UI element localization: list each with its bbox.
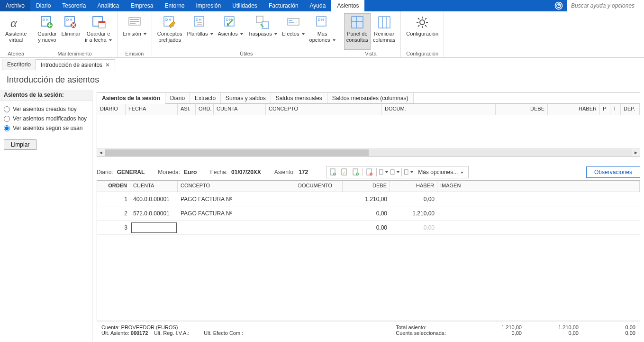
tab-introduccion-asientos[interactable]: Introducción de asientos ✕ bbox=[36, 59, 115, 70]
consult-tab[interactable]: Diario bbox=[165, 93, 190, 103]
ribbon-reiniciar-columnas[interactable]: Reiniciarcolumnas bbox=[371, 13, 398, 50]
help-icon[interactable] bbox=[550, 0, 567, 11]
menu-ayuda[interactable]: Ayuda bbox=[304, 0, 332, 11]
ribbon-guardar-ir[interactable]: Guardar eir a fecha bbox=[82, 13, 114, 50]
menu-analitica[interactable]: Analítica bbox=[91, 0, 125, 11]
menu-archivo[interactable]: Archivo bbox=[0, 0, 30, 11]
search-box bbox=[567, 0, 644, 11]
consult-tab[interactable]: Saldos mensuales (columnas) bbox=[327, 93, 414, 103]
cell-orden: 2 bbox=[97, 208, 130, 219]
col-debe[interactable]: DEBE bbox=[343, 181, 390, 192]
consult-tab[interactable]: Sumas y saldos bbox=[221, 93, 271, 103]
tab-label: Escritorio bbox=[7, 61, 31, 68]
ribbon-efectos[interactable]: Efectos bbox=[280, 13, 307, 50]
ribbon-mas-opciones[interactable]: D HMásopciones bbox=[307, 13, 338, 50]
ribbon-conceptos-prefijados[interactable]: D HConceptosprefijados bbox=[155, 13, 185, 50]
doc-delete-icon[interactable] bbox=[365, 167, 374, 177]
scroll-left-icon[interactable]: ◄ bbox=[97, 149, 105, 157]
entry-meta: Diario: GENERAL Moneda: Euro Fecha: 01/0… bbox=[97, 166, 640, 178]
doc-new-icon[interactable] bbox=[328, 167, 338, 177]
consult-col[interactable]: DEP. bbox=[621, 104, 640, 115]
cell-cuenta[interactable]: 400.0.0.00001 bbox=[130, 194, 178, 204]
consult-col[interactable]: DEBE bbox=[496, 104, 548, 115]
consult-col[interactable]: ORD. bbox=[196, 104, 214, 115]
ribbon-guardar-nuevo[interactable]: D HGuardary nuevo bbox=[35, 13, 59, 50]
entry-row[interactable]: 1400.0.0.00001PAGO FACTURA Nº1.210,000,0… bbox=[97, 192, 640, 206]
radio-creados-hoy[interactable]: Ver asientos creados hoy bbox=[4, 104, 89, 114]
consult-col[interactable]: P bbox=[600, 104, 610, 115]
menu-impresion[interactable]: Impresión bbox=[190, 0, 227, 11]
scroll-track[interactable] bbox=[105, 149, 632, 156]
ribbon-items: Configuración bbox=[404, 13, 441, 50]
col-documento[interactable]: DOCUMENTO bbox=[295, 181, 343, 192]
consult-col[interactable]: HABER bbox=[548, 104, 600, 115]
cuenta-input[interactable] bbox=[131, 222, 177, 233]
radio-segun-usan[interactable]: Ver asientos según se usan bbox=[4, 123, 89, 133]
menu-entorno[interactable]: Entorno bbox=[159, 0, 190, 11]
guardar-ir-icon bbox=[91, 15, 106, 30]
scroll-right-icon[interactable]: ► bbox=[632, 149, 640, 157]
cell-cuenta[interactable] bbox=[130, 222, 178, 234]
ribbon-group: αAsistentevirtualAtenea bbox=[0, 11, 32, 57]
horizontal-scrollbar[interactable]: ◄ ► bbox=[97, 148, 640, 156]
consult-tabs: Asientos de la sesiónDiarioExtractoSumas… bbox=[97, 93, 640, 104]
col-cuenta[interactable]: CUENTA bbox=[130, 181, 178, 192]
col-imagen[interactable]: IMAGEN bbox=[437, 181, 640, 192]
ribbon-panel-consultas[interactable]: Panel deconsultas bbox=[344, 13, 371, 50]
menu-asientos[interactable]: Asientos bbox=[331, 0, 364, 11]
ult-efecto-label: Ult. Efecto Com.: bbox=[204, 330, 243, 336]
consult-tab[interactable]: Asientos de la sesión bbox=[97, 93, 165, 104]
menubar: Archivo Diario Tesorería Analítica Empre… bbox=[0, 0, 644, 11]
ribbon-eliminar[interactable]: D HEliminar bbox=[59, 13, 83, 50]
total-val: 0,00 bbox=[579, 330, 635, 336]
consult-tab[interactable]: Extracto bbox=[190, 93, 221, 103]
col-orden[interactable]: ORDEN bbox=[97, 181, 130, 192]
doc-dd1-icon[interactable] bbox=[379, 167, 388, 177]
menu-utilidades[interactable]: Utilidades bbox=[227, 0, 263, 11]
tab-escritorio[interactable]: Escritorio bbox=[2, 59, 36, 70]
ribbon-traspasos[interactable]: Traspasos bbox=[245, 13, 280, 50]
entry-row[interactable]: 2572.0.0.00001PAGO FACTURA Nº0,001.210,0… bbox=[97, 206, 640, 221]
radio-modificados-hoy[interactable]: Ver asientos modificados hoy bbox=[4, 114, 89, 123]
moneda-value: Euro bbox=[184, 169, 197, 176]
radio-input[interactable] bbox=[4, 125, 10, 131]
ribbon-asientos[interactable]: D HAsientos bbox=[216, 13, 245, 50]
menu-diario[interactable]: Diario bbox=[30, 0, 56, 11]
consult-col[interactable]: CONCEPTO bbox=[266, 104, 382, 115]
scroll-thumb[interactable] bbox=[105, 149, 369, 156]
col-concepto[interactable]: CONCEPTO bbox=[178, 181, 295, 192]
ribbon-configuracion[interactable]: Configuración bbox=[404, 13, 441, 50]
close-icon[interactable]: ✕ bbox=[105, 62, 110, 68]
ribbon-emision[interactable]: Emisión bbox=[120, 13, 149, 50]
entry-row[interactable]: 30,000,00 bbox=[97, 221, 640, 235]
mas-opciones-button[interactable]: Más opciones... bbox=[415, 169, 466, 176]
consult-col[interactable]: CUENTA bbox=[214, 104, 266, 115]
consult-col[interactable]: DIARIO bbox=[97, 104, 126, 115]
doc-add-icon[interactable] bbox=[351, 167, 361, 177]
svg-text:D H: D H bbox=[43, 18, 48, 21]
menu-empresa[interactable]: Empresa bbox=[125, 0, 159, 11]
consult-col[interactable]: ASI. bbox=[178, 104, 196, 115]
doc-dd3-icon[interactable] bbox=[404, 167, 413, 177]
ribbon-asistente-virtual[interactable]: αAsistentevirtual bbox=[3, 13, 29, 50]
doc-dd2-icon[interactable] bbox=[390, 167, 399, 177]
ribbon-items: D HGuardary nuevoD HEliminarGuardar eir … bbox=[35, 13, 114, 50]
limpiar-button[interactable]: Limpiar bbox=[4, 139, 36, 150]
search-input[interactable] bbox=[567, 0, 644, 11]
consult-col[interactable]: T bbox=[610, 104, 621, 115]
entry-toolbar: Más opciones... bbox=[326, 166, 468, 178]
radio-input[interactable] bbox=[4, 116, 10, 122]
ribbon-plantillas[interactable]: D HPlantillas bbox=[184, 13, 215, 50]
col-haber[interactable]: HABER bbox=[390, 181, 437, 192]
radio-input[interactable] bbox=[4, 106, 10, 112]
consult-col[interactable]: FECHA bbox=[126, 104, 178, 115]
cell-cuenta[interactable]: 572.0.0.00001 bbox=[130, 208, 178, 219]
menu-facturacion[interactable]: Facturación bbox=[263, 0, 304, 11]
doc-copy-icon[interactable] bbox=[340, 167, 349, 177]
consult-tab[interactable]: Saldos mensuales bbox=[271, 93, 327, 103]
observaciones-button[interactable]: Observaciones bbox=[586, 166, 640, 178]
consult-col[interactable]: DOCUM. bbox=[382, 104, 496, 115]
menu-tesoreria[interactable]: Tesorería bbox=[56, 0, 91, 11]
svg-text:α: α bbox=[10, 16, 18, 30]
cell-imagen bbox=[437, 226, 640, 230]
